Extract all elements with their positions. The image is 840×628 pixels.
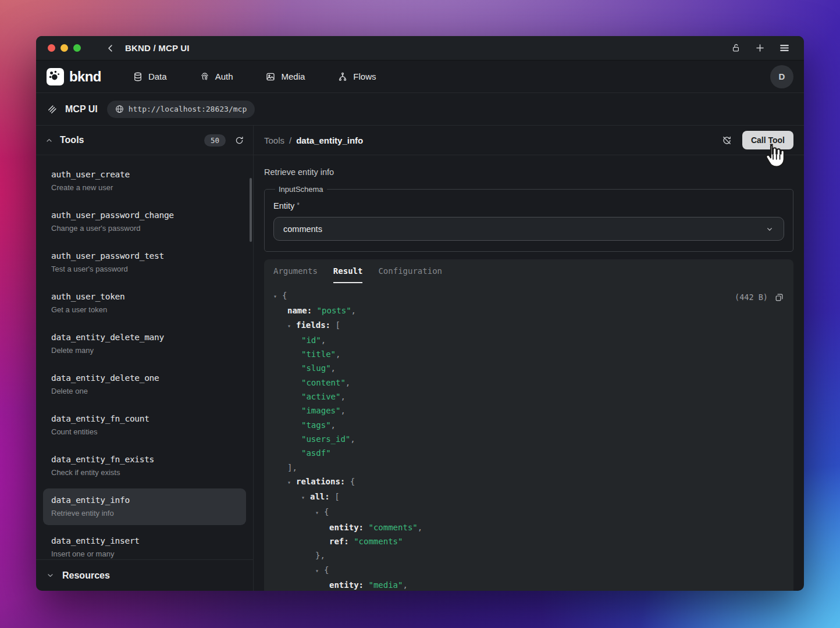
sidebar-item-auth_user_create[interactable]: auth_user_createCreate a new user xyxy=(43,163,246,199)
lock-open-icon[interactable] xyxy=(731,43,741,53)
tool-name: data_entity_insert xyxy=(51,536,238,546)
tool-name: auth_user_create xyxy=(51,169,238,180)
collapse-triangle-icon[interactable]: ▾ xyxy=(315,506,324,520)
json-line: "title", xyxy=(273,347,784,361)
refresh-tools-button[interactable] xyxy=(234,135,244,145)
sidebar-item-data_entity_fn_count[interactable]: data_entity_fn_countCount entities xyxy=(43,407,246,444)
nav-item-label: Media xyxy=(281,72,305,81)
nav-item-label: Flows xyxy=(353,72,376,81)
mcp-url: http://localhost:28623/mcp xyxy=(129,105,247,113)
json-line: "users_id", xyxy=(273,432,784,446)
nav-item-auth[interactable]: Auth xyxy=(200,72,233,82)
menu-icon[interactable] xyxy=(779,42,790,53)
tool-description-text: Retrieve entity info xyxy=(254,155,804,185)
page-title: MCP UI xyxy=(65,104,98,115)
fingerprint-icon xyxy=(200,72,210,82)
json-line: ], xyxy=(273,461,784,474)
collapse-triangle-icon[interactable]: ▾ xyxy=(273,290,282,304)
call-tool-button[interactable]: Call Tool xyxy=(742,131,793,149)
brand-logo[interactable]: bknd xyxy=(47,68,101,85)
brand-name: bknd xyxy=(69,69,101,85)
json-line: entity: "comments", xyxy=(273,520,784,534)
bknd-logo-icon xyxy=(47,68,64,85)
window-title: BKND / MCP UI xyxy=(125,43,190,53)
maximize-window-button[interactable] xyxy=(73,44,81,52)
select-chevron-down-icon xyxy=(765,224,774,234)
json-line: "content", xyxy=(273,376,784,390)
collapse-triangle-icon[interactable]: ▾ xyxy=(315,564,324,578)
mcp-url-pill[interactable]: http://localhost:28623/mcp xyxy=(107,101,255,118)
tool-name: data_entity_delete_many xyxy=(51,332,238,342)
sidebar-item-data_entity_delete_one[interactable]: data_entity_delete_oneDelete one xyxy=(43,366,246,403)
tab-arguments[interactable]: Arguments xyxy=(273,259,318,283)
refresh-icon xyxy=(234,135,244,145)
chevron-up-icon xyxy=(45,136,54,145)
result-tabbar: ArgumentsResultConfiguration xyxy=(264,259,793,283)
tools-count-badge: 50 xyxy=(204,134,226,147)
tools-collapse-button[interactable] xyxy=(45,136,54,145)
database-icon xyxy=(133,72,143,82)
back-button[interactable] xyxy=(105,43,116,53)
collapse-triangle-icon[interactable]: ▾ xyxy=(287,319,296,333)
sidebar-item-data_entity_insert[interactable]: data_entity_insertInsert one or many xyxy=(43,529,246,559)
tools-title: Tools xyxy=(60,135,84,145)
sidebar-item-data_entity_fn_exists[interactable]: data_entity_fn_existsCheck if entity exi… xyxy=(43,448,246,484)
result-panel: ArgumentsResultConfiguration (442 B) ▾{n… xyxy=(264,259,793,591)
tool-detail-header: Tools / data_entity_info Call Tool xyxy=(254,126,804,155)
tool-description: Change a user's password xyxy=(51,224,238,233)
mcp-subbar: MCP UI http://localhost:28623/mcp xyxy=(36,92,804,126)
tool-name: data_entity_fn_count xyxy=(51,413,238,424)
media-icon xyxy=(265,72,276,82)
resources-header[interactable]: Resources xyxy=(36,559,253,591)
entity-select[interactable]: comments xyxy=(273,217,784,241)
tool-list: auth_user_createCreate a new userauth_us… xyxy=(36,155,253,559)
json-line: ▾{ xyxy=(273,505,784,520)
json-line: ▾{ xyxy=(273,563,784,578)
sidebar-item-auth_user_token[interactable]: auth_user_tokenGet a user token xyxy=(43,285,246,322)
breadcrumb-section[interactable]: Tools xyxy=(264,135,284,145)
json-line: name: "posts", xyxy=(273,304,784,317)
input-schema-legend: InputSchema xyxy=(275,185,327,194)
tool-description: Test a user's password xyxy=(51,265,238,274)
sidebar-item-data_entity_delete_many[interactable]: data_entity_delete_manyDelete many xyxy=(43,326,246,362)
sidebar-item-data_entity_info[interactable]: data_entity_infoRetrieve entity info xyxy=(43,488,246,525)
close-window-button[interactable] xyxy=(48,44,55,52)
titlebar-actions xyxy=(731,42,790,53)
nav-items: DataAuthMediaFlows xyxy=(133,72,376,82)
json-line: "slug", xyxy=(273,361,784,375)
resources-title: Resources xyxy=(62,570,110,581)
refresh-off-icon xyxy=(721,135,732,146)
nav-item-media[interactable]: Media xyxy=(265,72,305,82)
tool-description: Delete many xyxy=(51,346,238,355)
json-line: ▾fields: [ xyxy=(273,318,784,333)
sidebar-item-auth_user_password_test[interactable]: auth_user_password_testTest a user's pas… xyxy=(43,244,246,281)
sidebar-item-auth_user_password_change[interactable]: auth_user_password_changeChange a user's… xyxy=(43,204,246,240)
auto-call-off-button[interactable] xyxy=(721,135,732,146)
json-result-view: (442 B) ▾{name: "posts",▾fields: ["id","… xyxy=(264,283,793,591)
desktop-background: BKND / MCP UI bknd DataAut xyxy=(0,0,840,628)
json-line: ref: "comments" xyxy=(273,534,784,548)
json-lines: ▾{name: "posts",▾fields: ["id","title","… xyxy=(273,288,784,591)
copy-result-button[interactable] xyxy=(774,292,784,302)
tool-description: Count entities xyxy=(51,427,238,437)
tab-result[interactable]: Result xyxy=(333,259,363,283)
nav-item-flows[interactable]: Flows xyxy=(337,72,376,82)
result-size-badge: (442 B) xyxy=(735,290,768,304)
new-tab-icon[interactable] xyxy=(754,42,766,53)
json-line: entity: "media", xyxy=(273,578,784,591)
entity-select-value: comments xyxy=(283,224,322,234)
required-mark: * xyxy=(297,201,300,209)
minimize-window-button[interactable] xyxy=(60,44,68,52)
sidebar-scrollbar[interactable] xyxy=(250,178,252,242)
tool-description: Check if entity exists xyxy=(51,468,238,477)
tool-name: auth_user_password_test xyxy=(51,251,238,261)
avatar[interactable]: D xyxy=(770,65,793,88)
collapse-triangle-icon[interactable]: ▾ xyxy=(287,476,296,490)
collapse-triangle-icon[interactable]: ▾ xyxy=(301,491,310,505)
tab-configuration[interactable]: Configuration xyxy=(378,259,442,283)
nav-item-data[interactable]: Data xyxy=(133,72,167,82)
tool-description: Get a user token xyxy=(51,305,238,315)
json-meta: (442 B) xyxy=(735,290,784,304)
json-line: "id", xyxy=(273,333,784,347)
nav-item-label: Data xyxy=(148,72,167,81)
